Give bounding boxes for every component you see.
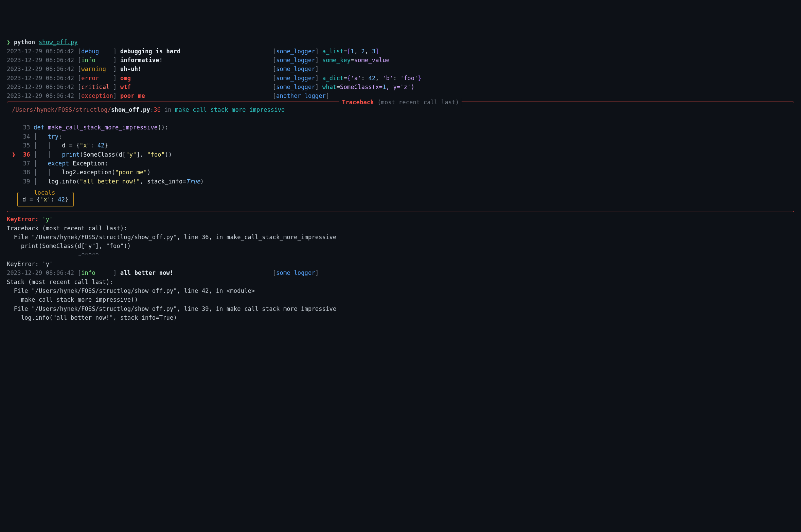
plain-tb-caret: ~^^^^^ <box>7 252 99 259</box>
log-message: poor me <box>120 92 145 99</box>
plain-tb-file: File "/Users/hynek/FOSS/structlog/show_o… <box>7 234 336 241</box>
log-timestamp: 2023-12-29 08:06:42 <box>7 75 74 82</box>
extra-key: a_dict <box>322 75 344 82</box>
logger-name: some_logger <box>276 66 315 72</box>
log-message: omg <box>120 75 131 82</box>
log-level: info <box>81 57 113 64</box>
traceback-title: Traceback (most recent call last) <box>339 98 462 107</box>
log-level: info <box>81 269 113 276</box>
stack-header: Stack (most recent call last): <box>7 279 113 285</box>
tb-lineno: 36 <box>154 106 161 113</box>
logger-name: some_logger <box>276 269 315 276</box>
log-level: error <box>81 75 113 82</box>
locals-box: localsd = {'x': 42} <box>17 192 74 207</box>
stack-file: File "/Users/hynek/FOSS/structlog/show_o… <box>7 287 255 294</box>
extra-value: SomeClass(x=1, y='z') <box>340 84 414 90</box>
log-message: all better now! <box>120 269 174 276</box>
plain-tb-code: print(SomeClass(d["y"], "foo")) <box>7 243 131 249</box>
log-timestamp: 2023-12-29 08:06:42 <box>7 48 74 55</box>
stack-code: log.info("all better now!", stack_info=T… <box>7 314 177 321</box>
error-value: 'y' <box>42 216 53 223</box>
log-level: warning <box>81 66 113 72</box>
extra-value: [1, 2, 3] <box>347 48 379 55</box>
log-timestamp: 2023-12-29 08:06:42 <box>7 66 74 72</box>
extra-key: some_key <box>322 57 351 64</box>
log-timestamp: 2023-12-29 08:06:42 <box>7 57 74 64</box>
script-filename[interactable]: show_off.py <box>39 39 78 46</box>
extra-value: {'a': 42, 'b': 'foo'} <box>347 75 422 82</box>
stack-code: make_call_stack_more_impressive() <box>7 296 138 303</box>
logger-name: another_logger <box>276 92 326 99</box>
logger-name: some_logger <box>276 57 315 64</box>
tb-path-file: show_off.py <box>111 106 150 113</box>
log-timestamp: 2023-12-29 08:06:42 <box>7 269 74 276</box>
tb-path-dir: /Users/hynek/FOSS/structlog/ <box>12 106 111 113</box>
tb-func: make_call_stack_more_impressive <box>175 106 285 113</box>
log-message: debugging is hard <box>120 48 180 55</box>
extra-value: some_value <box>354 57 390 64</box>
log-timestamp: 2023-12-29 08:06:42 <box>7 84 74 90</box>
command: python <box>14 39 35 46</box>
stack-file: File "/Users/hynek/FOSS/structlog/show_o… <box>7 305 336 312</box>
locals-title: locals <box>31 188 58 197</box>
plain-tb-final: KeyError: 'y' <box>7 261 53 267</box>
traceback-box: Traceback (most recent call last)/Users/… <box>7 102 794 212</box>
log-level: debug <box>81 48 113 55</box>
prompt-symbol: ❯ <box>7 39 10 46</box>
plain-tb-header: Traceback (most recent call last): <box>7 225 127 232</box>
log-level: exception <box>81 92 113 99</box>
logger-name: some_logger <box>276 75 315 82</box>
extra-key: a_list <box>322 48 344 55</box>
log-message: wtf <box>120 84 131 90</box>
logger-name: some_logger <box>276 84 315 90</box>
error-name: KeyError: <box>7 216 39 223</box>
extra-key: what <box>322 84 337 90</box>
terminal-output: ❯ python show_off.py 2023-12-29 08:06:42… <box>7 38 794 322</box>
log-level: critical <box>81 84 113 90</box>
log-message: uh-uh! <box>120 66 142 72</box>
log-timestamp: 2023-12-29 08:06:42 <box>7 92 74 99</box>
log-message: informative! <box>120 57 163 64</box>
logger-name: some_logger <box>276 48 315 55</box>
